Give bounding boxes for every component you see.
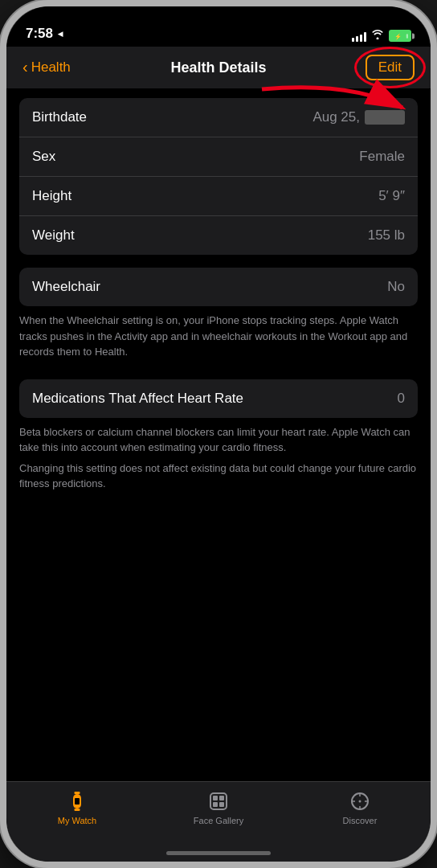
svg-rect-10 — [219, 796, 224, 800]
phone-inner: 7:58 ◂ — [6, 6, 431, 862]
chevron-left-icon: ‹ — [22, 58, 28, 76]
wheelchair-section: Wheelchair No — [19, 268, 418, 306]
sex-row: Sex Female — [19, 137, 418, 177]
content-inner: Birthdate Aug 25, Sex Female Height 5′ 9… — [6, 88, 431, 514]
phone-frame: 7:58 ◂ — [0, 0, 437, 868]
svg-point-14 — [358, 800, 361, 803]
svg-rect-9 — [213, 796, 218, 800]
medications-description1: Beta blockers or calcium channel blocker… — [6, 424, 431, 461]
status-icons: ⚡ — [352, 30, 411, 42]
svg-rect-1 — [406, 34, 408, 38]
svg-rect-8 — [210, 793, 227, 809]
notch — [166, 6, 271, 29]
battery-icon: ⚡ — [389, 30, 411, 42]
wheelchair-value: No — [387, 279, 405, 295]
tab-face-gallery[interactable]: Face Gallery — [149, 790, 288, 825]
tab-my-watch[interactable]: My Watch — [7, 790, 147, 825]
face-gallery-tab-icon — [207, 790, 230, 813]
medications-row: Medications That Affect Heart Rate 0 — [19, 379, 418, 418]
my-watch-tab-label: My Watch — [58, 816, 97, 825]
weight-row: Weight 155 lb — [19, 216, 418, 255]
svg-rect-11 — [213, 802, 218, 807]
medications-value: 0 — [398, 391, 405, 407]
signal-bars-icon — [352, 31, 366, 42]
birthdate-label: Birthdate — [32, 109, 87, 125]
page-title: Health Details — [170, 59, 266, 76]
height-value: 5′ 9″ — [378, 188, 405, 204]
medications-desc2-text: Changing this setting does not affect ex… — [19, 462, 416, 490]
svg-rect-12 — [219, 802, 224, 807]
weight-value: 155 lb — [368, 227, 405, 244]
svg-text:⚡: ⚡ — [394, 33, 402, 40]
face-gallery-tab-label: Face Gallery — [194, 816, 243, 825]
edit-button-container: Edit — [366, 55, 415, 80]
discover-tab-label: Discover — [343, 816, 378, 825]
wheelchair-description: When the Wheelchair setting is on, your … — [6, 313, 431, 373]
watch-tab-icon — [66, 790, 88, 813]
tab-bar: My Watch Face Gallery — [6, 781, 431, 862]
wifi-icon — [371, 30, 384, 42]
height-row: Height 5′ 9″ — [19, 177, 418, 216]
sex-value: Female — [359, 149, 405, 165]
medications-section: Medications That Affect Heart Rate 0 — [19, 379, 418, 418]
weight-label: Weight — [32, 227, 75, 244]
svg-rect-6 — [74, 792, 80, 794]
medications-desc1-text: Beta blockers or calcium channel blocker… — [19, 426, 410, 454]
medications-description2: Changing this setting does not affect ex… — [6, 461, 431, 505]
time-display: 7:58 — [26, 26, 53, 42]
tab-discover[interactable]: Discover — [290, 790, 430, 825]
discover-tab-icon — [349, 790, 371, 813]
birthdate-blurred — [365, 110, 405, 125]
status-time: 7:58 ◂ — [26, 26, 63, 42]
svg-rect-5 — [75, 798, 80, 805]
wheelchair-row: Wheelchair No — [19, 268, 418, 306]
location-icon: ◂ — [58, 28, 63, 39]
back-button[interactable]: ‹ Health — [22, 59, 71, 76]
health-details-section: Birthdate Aug 25, Sex Female Height 5′ 9… — [19, 98, 418, 255]
height-label: Height — [32, 188, 71, 204]
birthdate-value: Aug 25, — [312, 109, 405, 125]
wheelchair-label: Wheelchair — [32, 279, 100, 295]
edit-button[interactable]: Edit — [366, 55, 415, 80]
home-indicator — [166, 851, 271, 855]
medications-label: Medications That Affect Heart Rate — [32, 391, 398, 407]
sex-label: Sex — [32, 149, 55, 165]
svg-rect-7 — [74, 809, 80, 811]
nav-bar: ‹ Health Health Details Edit — [6, 47, 431, 88]
wheelchair-desc-text: When the Wheelchair setting is on, your … — [19, 314, 407, 358]
back-label: Health — [31, 59, 71, 76]
content-scroll[interactable]: Birthdate Aug 25, Sex Female Height 5′ 9… — [6, 88, 431, 781]
birthdate-row: Birthdate Aug 25, — [19, 98, 418, 137]
